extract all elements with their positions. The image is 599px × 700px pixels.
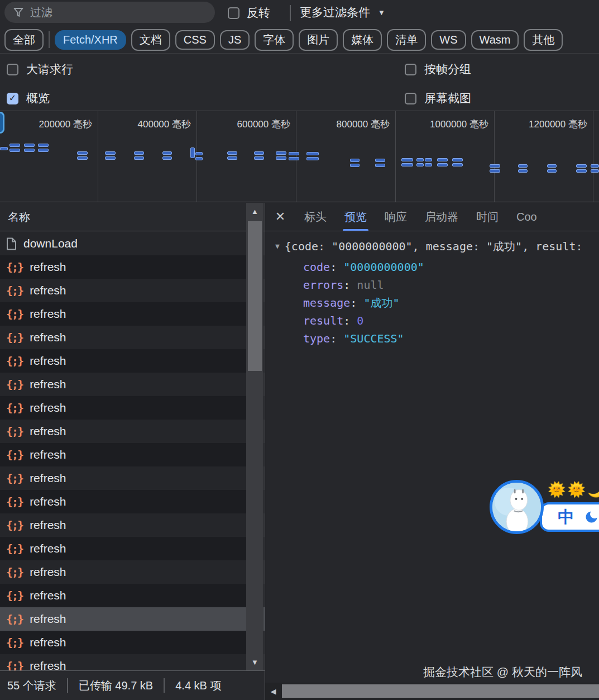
json-value: null bbox=[357, 278, 384, 292]
type-filter-tab[interactable]: CSS bbox=[175, 30, 215, 50]
overview-window-handle[interactable] bbox=[0, 112, 4, 134]
json-property-row: result: 0 bbox=[265, 312, 599, 330]
network-filter-toolbar: 过滤 反转 更多过滤条件 ▼ bbox=[0, 0, 599, 26]
scroll-left-icon[interactable]: ◀ bbox=[265, 683, 281, 700]
checkbox-icon[interactable]: ✓ bbox=[7, 93, 18, 104]
requests-scrollbar[interactable]: ▲ ▼ bbox=[246, 203, 263, 670]
json-root-preview: {code: "0000000000", message: "成功", resu… bbox=[285, 239, 583, 254]
checkbox-icon[interactable] bbox=[228, 7, 239, 19]
option-screenshots[interactable]: 屏幕截图 bbox=[405, 91, 471, 106]
invert-filter-checkbox[interactable]: 反转 bbox=[228, 5, 270, 21]
request-row[interactable]: {;}refresh bbox=[0, 373, 265, 396]
scroll-down-icon[interactable]: ▼ bbox=[246, 654, 263, 670]
request-name: refresh bbox=[30, 260, 66, 274]
request-timeline-mark bbox=[227, 151, 237, 160]
json-property-row: type: "SUCCESS" bbox=[265, 330, 599, 347]
type-filter-tab[interactable]: Fetch/XHR bbox=[55, 30, 126, 50]
request-row[interactable]: {;}refresh bbox=[0, 255, 265, 279]
request-timeline-mark bbox=[254, 151, 264, 160]
close-icon[interactable]: ✕ bbox=[265, 209, 295, 224]
json-value: "成功" bbox=[363, 296, 399, 309]
type-filter-tab[interactable]: 字体 bbox=[255, 29, 294, 51]
detail-tab[interactable]: 标头 bbox=[295, 203, 336, 231]
request-name: refresh bbox=[30, 307, 66, 321]
detail-tab[interactable]: 时间 bbox=[467, 203, 507, 231]
json-fetch-icon: {;} bbox=[6, 284, 23, 297]
request-row[interactable]: {;}refresh bbox=[0, 607, 265, 631]
request-row[interactable]: {;}refresh bbox=[0, 490, 265, 513]
option-overview[interactable]: ✓ 概览 bbox=[7, 91, 50, 106]
request-row[interactable]: {;}refresh bbox=[0, 654, 265, 670]
request-name: refresh bbox=[30, 401, 66, 415]
json-colon: : bbox=[350, 296, 363, 309]
detail-tab[interactable]: Coo bbox=[507, 203, 546, 231]
json-tree: code: "0000000000"errors: nullmessage: "… bbox=[265, 258, 599, 347]
request-row[interactable]: {;}refresh bbox=[0, 279, 265, 302]
avatar bbox=[490, 480, 544, 534]
json-fetch-icon: {;} bbox=[6, 495, 23, 508]
type-filter-tab[interactable]: JS bbox=[220, 30, 250, 50]
name-column-header[interactable]: 名称 bbox=[0, 203, 265, 231]
status-divider bbox=[67, 678, 68, 693]
request-timeline-mark bbox=[134, 151, 144, 160]
type-filter-tab[interactable]: 图片 bbox=[299, 29, 338, 51]
timeline-tick-label: 800000 毫秒 bbox=[337, 118, 390, 131]
type-filter-tab[interactable]: 其他 bbox=[524, 29, 563, 51]
request-row[interactable]: {;}refresh bbox=[0, 513, 265, 537]
type-filter-tab[interactable]: 清单 bbox=[387, 29, 426, 51]
timeline-gridline bbox=[98, 111, 98, 202]
json-value: "SUCCESS" bbox=[343, 332, 404, 345]
json-fetch-icon: {;} bbox=[6, 636, 23, 649]
request-name: refresh bbox=[30, 495, 66, 508]
detail-tab[interactable]: 响应 bbox=[376, 203, 416, 231]
scrollbar-thumb[interactable] bbox=[248, 221, 262, 371]
type-filter-tab[interactable]: 全部 bbox=[4, 29, 44, 51]
network-overview-timeline[interactable]: 200000 毫秒400000 毫秒600000 毫秒800000 毫秒1000… bbox=[0, 111, 599, 202]
request-row[interactable]: {;}refresh bbox=[0, 584, 265, 607]
filter-input[interactable]: 过滤 bbox=[4, 2, 215, 23]
watermark-pill-text: 中 bbox=[558, 506, 574, 528]
request-type-filter-tabs: 全部Fetch/XHR文档CSSJS字体图片媒体清单WSWasm其他 bbox=[0, 26, 599, 54]
timeline-tick-label: 1200000 毫秒 bbox=[529, 118, 587, 131]
type-filter-tab[interactable]: Wasm bbox=[471, 30, 519, 50]
detail-tab[interactable]: 预览 bbox=[336, 203, 376, 231]
json-key: type bbox=[303, 332, 330, 345]
request-row[interactable]: {;}refresh bbox=[0, 302, 265, 326]
request-timeline-mark bbox=[401, 158, 413, 166]
json-fetch-icon: {;} bbox=[6, 354, 23, 368]
request-name: refresh bbox=[30, 636, 66, 649]
checkbox-icon[interactable] bbox=[405, 64, 416, 75]
request-row[interactable]: {;}refresh bbox=[0, 396, 265, 420]
request-row[interactable]: {;}refresh bbox=[0, 443, 265, 466]
json-fetch-icon: {;} bbox=[6, 565, 23, 579]
request-row[interactable]: {;}refresh bbox=[0, 560, 265, 584]
request-row[interactable]: {;}refresh bbox=[0, 537, 265, 560]
request-name: refresh bbox=[30, 612, 66, 626]
request-row[interactable]: {;}refresh bbox=[0, 466, 265, 490]
json-root-node[interactable]: ▼ {code: "0000000000", message: "成功", re… bbox=[265, 239, 599, 258]
json-colon: : bbox=[343, 278, 357, 292]
type-filter-tab[interactable]: 文档 bbox=[131, 29, 170, 51]
scrollbar-thumb[interactable] bbox=[282, 684, 599, 698]
type-filter-tab[interactable]: WS bbox=[431, 30, 466, 50]
json-key: message bbox=[303, 296, 350, 309]
request-row[interactable]: {;}refresh bbox=[0, 631, 265, 654]
json-value: 0 bbox=[357, 314, 363, 327]
request-row[interactable]: {;}refresh bbox=[0, 349, 265, 373]
request-row[interactable]: {;}refresh bbox=[0, 326, 265, 349]
checkbox-icon[interactable] bbox=[405, 93, 416, 104]
option-group-by-frame[interactable]: 按帧分组 bbox=[405, 61, 471, 77]
scroll-up-icon[interactable]: ▲ bbox=[246, 203, 263, 220]
checkbox-icon[interactable] bbox=[7, 64, 18, 75]
option-large-request-rows[interactable]: 大请求行 bbox=[7, 61, 73, 77]
json-fetch-icon: {;} bbox=[6, 425, 23, 438]
watermark-sticker: 中 🌞🌞🌙 bbox=[488, 478, 599, 536]
more-filters-dropdown[interactable]: 更多过滤条件 ▼ bbox=[300, 4, 385, 20]
request-row[interactable]: downLoad bbox=[0, 232, 265, 255]
json-fetch-icon: {;} bbox=[6, 378, 23, 391]
request-detail-panel: ✕ 标头预览响应启动器时间Coo ▼ {code: "0000000000", … bbox=[265, 203, 599, 700]
request-row[interactable]: {;}refresh bbox=[0, 420, 265, 443]
preview-horizontal-scrollbar[interactable]: ◀ bbox=[265, 683, 599, 700]
type-filter-tab[interactable]: 媒体 bbox=[343, 29, 382, 51]
detail-tab[interactable]: 启动器 bbox=[416, 203, 467, 231]
